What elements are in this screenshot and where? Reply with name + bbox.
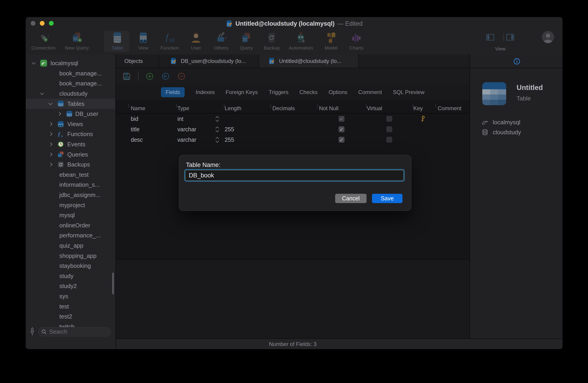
column-header-name[interactable]: Name <box>131 103 145 113</box>
sidebar-item-label: quiz_app <box>59 242 84 249</box>
sidebar-item-myproject[interactable]: myproject <box>26 200 115 210</box>
tab-sql-preview[interactable]: SQL Preview <box>393 89 424 96</box>
field-type-cell[interactable]: varchar <box>177 134 196 145</box>
sidebar-item-queries[interactable]: Queries <box>26 149 115 159</box>
sidebar-item-localmysql[interactable]: localmysql <box>26 58 115 68</box>
sidebar-search[interactable] <box>38 327 111 336</box>
connection-filter-icon[interactable] <box>29 327 36 336</box>
toggle-right-panel-icon[interactable] <box>506 34 514 41</box>
field-name-cell[interactable]: desc <box>131 134 143 145</box>
not-null-checkbox[interactable] <box>338 137 344 143</box>
table-name-label: Table Name: <box>186 161 221 169</box>
chevron-right-icon[interactable] <box>49 142 53 146</box>
sidebar-item-events[interactable]: Events <box>26 139 115 150</box>
tab-db-user[interactable]: DB_user@cloudstudy (lo... <box>159 55 259 68</box>
sidebar-item-tables[interactable]: Tables <box>26 99 115 109</box>
sidebar-item-book-manage-2[interactable]: book_manage... <box>26 78 115 89</box>
sidebar-item-label: Queries <box>67 151 88 158</box>
sidebar-item-label: book_manage... <box>59 70 102 77</box>
sidebar-item-sys[interactable]: sys <box>26 291 115 302</box>
backups-icon <box>57 161 64 168</box>
cancel-button[interactable]: Cancel <box>335 194 367 203</box>
column-header-type[interactable]: Type <box>177 103 189 113</box>
type-stepper[interactable] <box>215 126 219 133</box>
chevron-right-icon[interactable] <box>49 122 53 126</box>
sidebar-item-jdbc-assignment[interactable]: jdbc_assignm... <box>26 190 115 200</box>
sidebar-item-cloudstudy[interactable]: cloudstudy <box>26 89 115 99</box>
save-button[interactable]: Save <box>372 194 402 203</box>
sidebar-item-performance-schema[interactable]: performance_... <box>26 230 115 241</box>
save-button[interactable] <box>122 72 131 81</box>
field-name-cell[interactable]: title <box>131 124 140 134</box>
sidebar-item-shopping-app[interactable]: shopping_app <box>26 250 115 261</box>
sidebar-scrollbar[interactable] <box>112 273 114 294</box>
tab-triggers[interactable]: Triggers <box>269 89 289 96</box>
search-input[interactable] <box>49 328 108 335</box>
sidebar-item-quiz-app[interactable]: quiz_app <box>26 241 115 251</box>
tab-comment[interactable]: Comment <box>358 89 382 96</box>
column-header-virtual[interactable]: Virtual <box>367 103 382 113</box>
chevron-right-icon[interactable] <box>57 112 61 116</box>
chevron-down-icon[interactable] <box>40 91 44 95</box>
tab-checks[interactable]: Checks <box>299 89 318 96</box>
info-panel: Untitled Table localmysql cloudstudy <box>470 55 563 339</box>
sidebar-item-ebean-test[interactable]: ebean_test <box>26 170 115 180</box>
sidebar-item-book-manage-1[interactable]: book_manage... <box>26 68 115 79</box>
sidebar-item-test[interactable]: test <box>26 301 115 311</box>
virtual-checkbox[interactable] <box>386 137 392 143</box>
sidebar-item-information-schema[interactable]: information_s... <box>26 180 115 190</box>
field-length-cell[interactable]: 255 <box>225 134 234 145</box>
virtual-checkbox[interactable] <box>386 116 392 122</box>
tab-untitled[interactable]: Untitled@cloudstudy (lo... <box>259 55 359 68</box>
column-divider <box>128 104 129 108</box>
insert-field-button[interactable] <box>162 73 169 80</box>
field-row-title[interactable]: title varchar 255 <box>116 124 470 134</box>
chevron-down-icon[interactable] <box>32 61 36 64</box>
virtual-checkbox[interactable] <box>386 126 392 132</box>
sidebar-item-backups[interactable]: Backups <box>26 159 115 170</box>
chevron-right-icon[interactable] <box>49 153 53 156</box>
field-row-desc[interactable]: desc varchar 255 <box>116 134 470 145</box>
info-icon[interactable] <box>513 58 521 65</box>
column-header-not-null[interactable]: Not Null <box>319 103 338 113</box>
sidebar-item-staybooking[interactable]: staybooking <box>26 261 115 271</box>
views-icon <box>57 121 64 127</box>
table-name-input[interactable] <box>185 170 404 181</box>
field-row-bid[interactable]: bid int <box>116 114 470 124</box>
field-type-cell[interactable]: int <box>177 114 183 124</box>
field-type-cell[interactable]: varchar <box>177 124 196 134</box>
column-header-comment[interactable]: Comment <box>438 103 461 113</box>
not-null-checkbox[interactable] <box>338 116 344 122</box>
chevron-right-icon[interactable] <box>49 163 53 167</box>
tab-fields[interactable]: Fields <box>161 87 185 97</box>
tab-objects[interactable]: Objects <box>116 55 159 68</box>
user-avatar[interactable] <box>542 31 554 43</box>
sidebar-item-db-user[interactable]: DB_user <box>26 109 115 119</box>
column-header-length[interactable]: Length <box>225 103 241 113</box>
tab-options[interactable]: Options <box>329 89 347 96</box>
sidebar-item-functions[interactable]: Functions <box>26 129 115 139</box>
tab-indexes[interactable]: Indexes <box>195 89 215 96</box>
sidebar-item-study2[interactable]: study2 <box>26 281 115 291</box>
add-field-button[interactable] <box>146 73 153 80</box>
sidebar-item-study[interactable]: study <box>26 271 115 281</box>
chevron-right-icon[interactable] <box>49 132 53 136</box>
type-stepper[interactable] <box>215 136 219 143</box>
sidebar-item-onlineorder[interactable]: onlineOrder <box>26 220 115 230</box>
type-stepper[interactable] <box>215 115 219 122</box>
field-length-cell[interactable]: 255 <box>225 124 234 134</box>
column-header-decimals[interactable]: Decimals <box>273 103 295 113</box>
delete-field-button[interactable] <box>178 73 185 80</box>
database-icon <box>49 242 56 249</box>
sidebar-item-views[interactable]: Views <box>26 119 115 129</box>
column-divider <box>435 104 436 108</box>
not-null-checkbox[interactable] <box>338 126 344 132</box>
toggle-left-panel-icon[interactable] <box>486 34 494 41</box>
sidebar-item-mysql[interactable]: mysql <box>26 210 115 220</box>
chevron-down-icon[interactable] <box>49 101 53 105</box>
field-name-cell[interactable]: bid <box>131 114 138 124</box>
database-icon <box>49 293 56 300</box>
tab-foreign-keys[interactable]: Foreign Keys <box>226 89 258 96</box>
sidebar-item-test2[interactable]: test2 <box>26 311 115 322</box>
column-header-key[interactable]: Key <box>413 103 423 113</box>
